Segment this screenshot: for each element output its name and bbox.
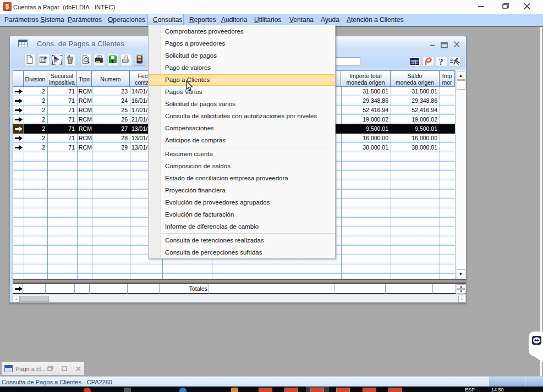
- svg-text:?: ?: [438, 57, 443, 65]
